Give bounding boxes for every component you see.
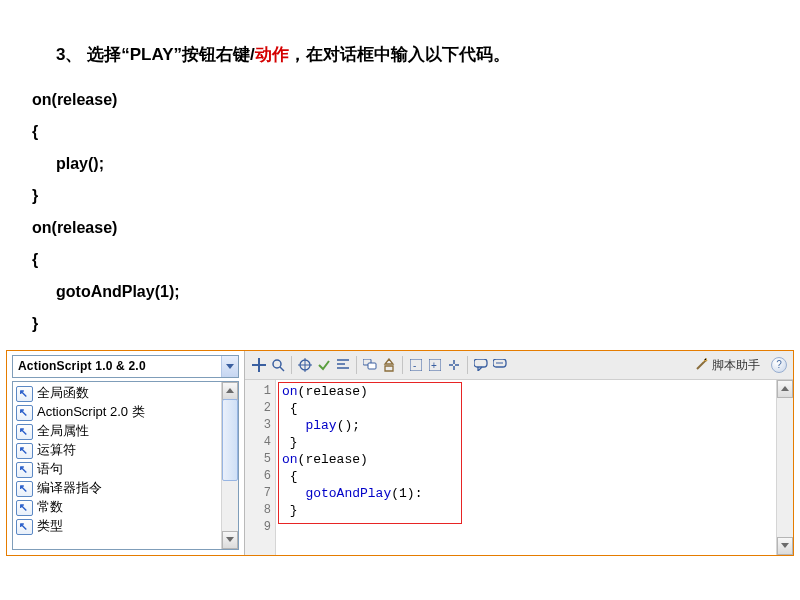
scroll-down-icon[interactable] [222, 531, 238, 549]
code-line: on(release) [32, 84, 768, 116]
svg-text:+: + [431, 360, 437, 371]
code-line: { [32, 116, 768, 148]
scrollbar[interactable] [221, 382, 238, 549]
add-icon[interactable] [251, 357, 267, 373]
package-icon [16, 405, 33, 421]
script-assist-button[interactable]: 脚本助手 [694, 356, 760, 375]
find-icon[interactable] [270, 357, 286, 373]
instruction-line: 3、 选择“PLAY”按钮右键/动作，在对话框中输入以下代码。 [56, 41, 768, 68]
actions-panel-left: ActionScript 1.0 & 2.0 全局函数 ActionScript… [7, 351, 245, 555]
code-line: } [32, 180, 768, 212]
hint-icon[interactable] [362, 357, 378, 373]
svg-text:-: - [413, 360, 416, 371]
code-line: } [32, 308, 768, 340]
chevron-down-icon [221, 356, 238, 377]
actions-panel: ActionScript 1.0 & 2.0 全局函数 ActionScript… [6, 350, 794, 556]
tree-item[interactable]: 全局属性 [13, 422, 238, 441]
debug-icon[interactable] [381, 357, 397, 373]
tree-item[interactable]: 全局函数 [13, 384, 238, 403]
svg-rect-6 [368, 363, 376, 369]
snippet-icon[interactable] [446, 357, 462, 373]
format-icon[interactable] [335, 357, 351, 373]
tree-item[interactable]: 运算符 [13, 441, 238, 460]
code-content: on(release) { play(); } on(release) { go… [282, 383, 793, 519]
package-icon [16, 462, 33, 478]
svg-point-0 [273, 360, 281, 368]
text-code-example: on(release) { play(); } on(release) { go… [32, 84, 768, 340]
editor-scrollbar[interactable] [776, 380, 793, 555]
scroll-thumb[interactable] [222, 399, 238, 481]
package-icon [16, 481, 33, 497]
tree-item[interactable]: 语句 [13, 460, 238, 479]
code-editor[interactable]: 1 2 3 4 5 6 7 8 9 on(release) { play(); [245, 380, 793, 555]
help-icon[interactable]: ? [771, 357, 787, 373]
code-line: gotoAndPlay(1); [56, 276, 768, 308]
script-assist-label: 脚本助手 [712, 356, 760, 375]
actions-toolbar: - + 脚本助手 ? [245, 351, 793, 380]
collapse-icon[interactable]: - [408, 357, 424, 373]
tree-item[interactable]: ActionScript 2.0 类 [13, 403, 238, 422]
actions-panel-right: - + 脚本助手 ? 1 2 3 4 5 [245, 351, 793, 555]
line-gutter: 1 2 3 4 5 6 7 8 9 [245, 380, 276, 555]
svg-line-1 [280, 367, 284, 371]
package-icon [16, 424, 33, 440]
code-line: { [32, 244, 768, 276]
tree-item[interactable]: 编译器指令 [13, 479, 238, 498]
tree-item[interactable]: 类型 [13, 517, 238, 536]
code-line: play(); [56, 148, 768, 180]
target-icon[interactable] [297, 357, 313, 373]
script-tree: 全局函数 ActionScript 2.0 类 全局属性 运算符 语句 编译器指… [12, 381, 239, 550]
script-version-dropdown[interactable]: ActionScript 1.0 & 2.0 [12, 355, 239, 378]
expand-icon[interactable]: + [427, 357, 443, 373]
package-icon [16, 386, 33, 402]
wand-icon [694, 358, 708, 372]
package-icon [16, 519, 33, 535]
svg-rect-11 [474, 359, 487, 367]
package-icon [16, 500, 33, 516]
check-icon[interactable] [316, 357, 332, 373]
comment-icon[interactable] [473, 357, 489, 373]
uncomment-icon[interactable] [492, 357, 508, 373]
scroll-up-icon[interactable] [222, 382, 238, 400]
dropdown-label: ActionScript 1.0 & 2.0 [13, 357, 146, 376]
scroll-up-icon[interactable] [777, 380, 793, 398]
code-line: on(release) [32, 212, 768, 244]
scroll-down-icon[interactable] [777, 537, 793, 555]
tree-item[interactable]: 常数 [13, 498, 238, 517]
package-icon [16, 443, 33, 459]
